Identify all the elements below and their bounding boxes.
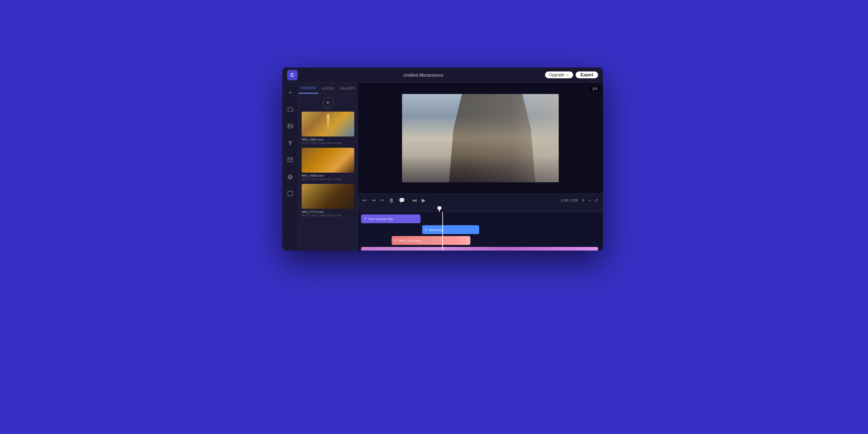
delete-button[interactable]: 🗑 [388,197,395,204]
media-info-3: IMG_4773.mov 00:27 • 16:9 • 1440×900 • 4… [302,209,354,219]
playhead-dot [437,206,441,210]
zoom-in-button[interactable]: + [581,197,586,204]
export-button[interactable]: Export [576,71,598,78]
video-effect-track[interactable]: ⊙ Bouncing [422,225,479,234]
timeline-controls: ↩ ↪ ✂ 🗑 💬 ⏮ ▶ 1:00 / 2:00 + − ⤢ [358,194,603,206]
video-file-track[interactable]: ⊙ IMG_4481.mov [392,236,470,245]
media-info-1: IMG_4481.mov 00:27 • 16:9 • 1440×900 • 4… [302,137,354,147]
media-meta-3: 00:27 • 16:9 • 1440×900 • 4 MB [302,214,354,217]
star-icon: ★ [566,73,569,77]
time-badge: 1:0 [590,86,600,92]
media-name-2: IMG_4590.mov [302,174,354,177]
tab-videos[interactable]: VIDEOS [298,83,318,94]
media-name-3: IMG_4773.mov [302,210,354,214]
track-row-video: ⊙ Bouncing [361,225,600,234]
timeline-area: T Try it now for free ⊙ Bouncing [358,206,603,251]
zoom-out-button[interactable]: − [587,197,592,204]
text-track-icon: T [364,217,367,221]
video-file-label: IMG_4481.mov [399,239,421,242]
tab-images[interactable]: IMAGES [338,83,357,94]
media-thumb-1 [302,112,354,137]
media-thumb-3 [302,184,354,209]
redo-button[interactable]: ↪ [371,197,376,204]
text-icon[interactable]: T [285,137,296,149]
add-media-button[interactable]: + [323,97,334,108]
media-item[interactable]: IMG_4590.mov 00:27 • 16:9 • 1440×900 • 4… [302,148,354,183]
target-icon[interactable] [285,171,296,182]
svg-rect-11 [288,192,293,196]
timeline-tracks: T Try it now for free ⊙ Bouncing [358,212,603,251]
project-title: Untitled Masterpiece [302,73,545,77]
audio-track-label: Tooney Loons [368,250,388,251]
top-bar: C Untitled Masterpiece Upgrade ★ Export [282,67,603,83]
top-actions: Upgrade ★ Export [545,71,598,78]
folder-icon[interactable] [285,104,296,115]
media-item[interactable]: IMG_4773.mov 00:27 • 16:9 • 1440×900 • 4… [302,184,354,219]
fullscreen-button[interactable]: ⤢ [593,197,599,204]
media-list: IMG_4481.mov 00:27 • 16:9 • 1440×900 • 4… [298,112,357,219]
media-info-2: IMG_4590.mov 00:27 • 16:9 • 1440×900 • 4… [302,173,354,183]
media-tabs: VIDEOS AUDIO IMAGES [298,83,357,94]
image-icon[interactable] [285,120,296,132]
track-row-text: T Try it now for free [361,214,600,223]
media-meta-1: 00:27 • 16:9 • 1440×900 • 4 MB [302,142,354,145]
preview-image [402,94,559,182]
video-preview: 1:0 [358,83,603,194]
media-item[interactable]: IMG_4481.mov 00:27 • 16:9 • 1440×900 • 4… [302,112,354,147]
app-logo: C [287,70,298,80]
zoom-controls: + − ⤢ [581,197,599,204]
media-thumb-2 [302,148,354,173]
media-panel: VIDEOS AUDIO IMAGES + IMG_4481.mov 00:27… [298,83,358,251]
audio-icon: ♪ [364,249,366,251]
audio-track[interactable]: ♪ Tooney Loons [361,247,598,251]
add-media-icon[interactable]: + [285,87,296,98]
comment-button[interactable]: 💬 [398,197,406,204]
sidebar-icons: + T [282,83,298,251]
template-icon[interactable] [285,154,296,165]
shape-icon[interactable] [285,188,296,199]
video-file-icon: ⊙ [394,238,397,242]
upgrade-button[interactable]: Upgrade ★ [545,71,573,78]
track-row-audio: ♪ Tooney Loons [361,247,600,251]
text-track-label: Try it now for free [368,217,393,221]
app-window: C Untitled Masterpiece Upgrade ★ Export … [282,67,603,251]
tab-audio[interactable]: AUDIO [318,83,338,94]
undo-button[interactable]: ↩ [362,197,368,204]
track-row-pink: ⊙ IMG_4481.mov [361,236,600,245]
skip-back-button[interactable]: ⏮ [411,197,418,204]
main-content: + T [282,83,603,251]
timeline-ruler [358,206,603,212]
preview-area: 1:0 ↩ ↪ ✂ 🗑 💬 ⏮ ▶ 1:00 / 2:00 + − ⤢ [358,83,603,251]
media-name-1: IMG_4481.mov [302,138,354,141]
split-button[interactable]: ✂ [380,197,385,204]
media-meta-2: 00:27 • 16:9 • 1440×900 • 4 MB [302,178,354,181]
video-icon: ⊙ [425,228,428,232]
svg-point-6 [289,176,291,178]
video-effect-label: Bouncing [429,228,443,232]
time-display: 1:00 / 2:00 [561,198,578,202]
play-button[interactable]: ▶ [421,197,426,204]
text-track[interactable]: T Try it now for free [361,214,421,223]
upgrade-label: Upgrade [549,73,564,77]
timeline-playhead[interactable] [439,206,440,212]
